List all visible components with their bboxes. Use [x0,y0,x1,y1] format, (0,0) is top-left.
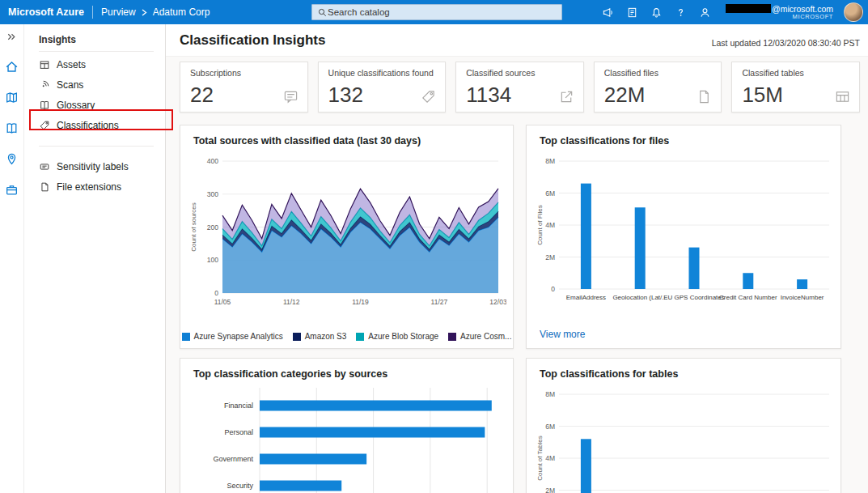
stat-card-classified-tables[interactable]: Classified tables 15M [731,62,860,113]
feedback-icon[interactable] [601,6,615,19]
page-title: Classification Insights [180,32,325,49]
breadcrumb-app[interactable]: Purview [101,6,136,18]
svg-text:0: 0 [214,289,218,297]
insights-icon[interactable] [5,152,19,166]
svg-text:11/12: 11/12 [283,298,300,306]
account-email-domain: @microsoft.com [772,4,833,14]
svg-text:200: 200 [207,223,218,232]
svg-text:Security: Security [227,482,253,490]
sidebar-item-label: File extensions [57,181,121,193]
sidebar-item-assets[interactable]: Assets [24,54,165,74]
svg-text:11/27: 11/27 [431,298,448,306]
breadcrumb-org[interactable]: Adatum Corp [153,6,210,18]
legend-item-synapse[interactable]: Azure Synapse Analytics [182,332,283,341]
account-info[interactable]: @microsoft.com MICROSOFT [726,4,833,21]
sidebar-item-file-extensions[interactable]: File extensions [24,176,165,197]
browse-icon[interactable] [5,121,19,135]
stat-value: 22 [190,83,214,108]
categories-hbar-chart: FinancialPersonalGovernmentSecurity [188,383,505,493]
svg-text:Count of sources: Count of sources [190,202,197,251]
svg-text:4M: 4M [545,454,555,462]
left-rail [0,24,24,493]
export-icon [559,89,574,104]
sidebar-item-label: Assets [57,59,86,70]
azure-brand[interactable]: Microsoft Azure [8,6,84,18]
svg-text:Count of Files: Count of Files [536,205,544,244]
search-box[interactable] [311,4,562,20]
files-bar-chart: 02M4M6M8MEmailAddressGeolocation (Lat/..… [535,150,832,315]
chart-title: Total sources with classified data (last… [193,135,500,147]
legend-label: Amazon S3 [305,332,347,341]
view-more-link[interactable]: View more [540,329,585,340]
svg-text:11/05: 11/05 [214,298,231,306]
collapse-icon[interactable] [6,31,18,43]
stat-value: 1134 [466,83,511,108]
svg-text:11/19: 11/19 [352,298,369,306]
legend-chip [182,333,190,341]
stat-label: Unique classifications found [328,68,436,78]
topbar: Microsoft Azure Purview Adatum Corp [0,0,868,24]
main-header: Classification Insights Last updated 12/… [166,24,868,57]
bell-icon[interactable] [650,6,663,19]
sidebar-item-label: Classifications [57,120,119,131]
svg-text:8M: 8M [545,390,555,398]
avatar[interactable] [844,2,863,22]
legend-item-blob-storage[interactable]: Azure Blob Storage [356,332,438,341]
stat-card-unique-classifications[interactable]: Unique classifications found 132 [318,62,447,113]
home-icon[interactable] [5,60,19,74]
chart-legend: Azure Synapse Analytics Amazon S3 Azure … [180,332,513,341]
insights-sidebar: Insights Assets Scans Glossary [24,24,166,493]
svg-text:InvoiceNumber: InvoiceNumber [781,294,824,301]
svg-text:400: 400 [207,157,218,165]
card-top-classifications-tables: Top classifications for tables 02M4M6M8M… [526,358,841,493]
sources-icon[interactable] [5,91,19,104]
notes-icon[interactable] [625,6,639,19]
svg-text:100: 100 [207,256,218,264]
sidebar-item-scans[interactable]: Scans [24,74,165,95]
svg-text:8M: 8M [545,157,555,165]
stat-label: Classified sources [466,68,574,78]
legend-label: Azure Synapse Analytics [194,332,283,341]
tables-bar-chart: 02M4M6M8MCount of Tables [535,383,832,493]
svg-text:Credit Card Number: Credit Card Number [719,294,777,301]
svg-text:2M: 2M [545,253,555,261]
svg-text:Government: Government [213,455,253,463]
legend-label: Azure Cosm... [460,332,511,341]
svg-text:6M: 6M [545,189,555,198]
legend-chip [356,333,364,341]
sidebar-item-classifications[interactable]: Classifications [24,115,165,135]
legend-item-amazon-s3[interactable]: Amazon S3 [293,332,347,341]
stat-card-classified-sources[interactable]: Classified sources 1134 [455,62,584,113]
svg-text:EmailAddress: EmailAddress [566,294,606,301]
card-classification-categories: Top classification categories by sources… [180,358,514,493]
stat-label: Classified tables [742,68,849,78]
glossary-icon [39,100,50,111]
stat-label: Subscriptions [190,68,298,78]
file-icon [697,89,712,104]
sidebar-item-glossary[interactable]: Glossary [24,95,165,115]
sidebar-item-sensitivity-labels[interactable]: Sensitivity labels [24,156,165,176]
sources-area-chart: 010020030040011/0511/1211/1911/2712/03Co… [188,150,505,319]
assets-icon [39,59,50,70]
stat-value: 22M [604,83,646,108]
scans-icon [39,79,50,91]
redacted-username [726,4,771,13]
stat-label: Classified files [604,68,712,78]
management-icon[interactable] [5,183,19,197]
contact-icon[interactable] [698,6,712,19]
legend-item-cosmos[interactable]: Azure Cosm... [448,332,511,341]
sensitivity-labels-icon [39,161,50,172]
svg-text:4M: 4M [545,221,555,229]
help-icon[interactable] [674,6,688,19]
purview-app: Microsoft Azure Purview Adatum Corp [0,0,868,493]
legend-chip [448,333,456,341]
last-updated: Last updated 12/03/2020 08:30:40 PST [712,38,860,48]
stat-card-classified-files[interactable]: Classified files 22M [594,62,722,113]
stat-card-subscriptions[interactable]: Subscriptions 22 [180,62,308,113]
sidebar-item-label: Scans [57,79,83,91]
svg-text:Financial: Financial [224,402,253,410]
chart-title: Top classifications for tables [540,368,828,380]
account-directory: MICROSOFT [726,14,833,21]
brand-divider [92,6,93,19]
search-input[interactable] [328,7,557,17]
